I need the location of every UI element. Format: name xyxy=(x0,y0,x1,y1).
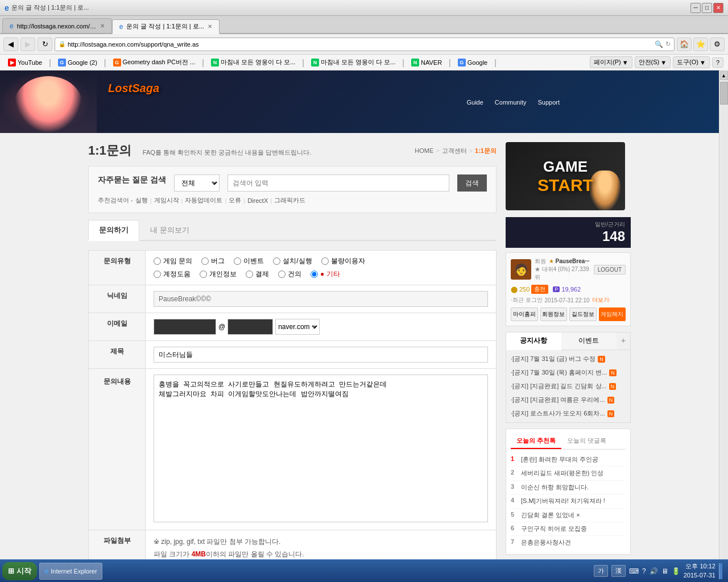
tools-button[interactable]: ⚙ xyxy=(710,38,725,51)
game-banner[interactable]: GAME START xyxy=(506,142,625,210)
rec-tab-daily[interactable]: 오늘의 추천톡 xyxy=(511,434,561,449)
tab-2-close[interactable]: ✕ xyxy=(208,23,212,30)
bookmark-m2[interactable]: N 마침내 모든 영웅이 다 모... xyxy=(308,57,399,68)
search-button[interactable]: 검색 xyxy=(457,174,487,192)
bookmark-m1[interactable]: N 마침내 모든 영웅이 다 모... xyxy=(208,57,299,68)
nav-item-community[interactable]: Community xyxy=(495,99,527,106)
rec-tab-new[interactable]: 오늘의 댓글록 xyxy=(561,434,612,449)
radio-account[interactable]: 계정도움 xyxy=(154,269,191,279)
favorites-button[interactable]: ⭐ xyxy=(693,38,708,51)
radio-payment[interactable]: 결제 xyxy=(246,269,269,279)
breadcrumb-home[interactable]: HOME xyxy=(415,147,433,154)
forward-button[interactable]: ▶ xyxy=(20,38,35,51)
radio-game[interactable]: 게임 문의 xyxy=(154,256,192,266)
back-button[interactable]: ◀ xyxy=(3,38,18,51)
radio-opinion-input[interactable] xyxy=(278,271,286,278)
radio-event-input[interactable] xyxy=(234,257,241,265)
quit-game-button[interactable]: 게임해지 xyxy=(599,307,626,321)
radio-abuse[interactable]: 불량이용자 xyxy=(321,256,365,266)
close-button[interactable]: ✕ xyxy=(713,3,723,13)
notice-item-5[interactable]: ·[공지] 로스트사가 또오지 6회차... N xyxy=(506,407,630,420)
radio-payment-input[interactable] xyxy=(246,271,253,278)
show-desktop-button[interactable] xyxy=(719,563,722,579)
rec-title-7[interactable]: 은총은풍사청사건 xyxy=(521,538,626,547)
radio-install-input[interactable] xyxy=(273,257,280,265)
radio-account-input[interactable] xyxy=(154,271,161,278)
rec-title-5[interactable]: 긴담회 결론 있었네 × xyxy=(521,511,626,519)
suggestion-1[interactable]: 실행 xyxy=(135,196,148,205)
minimize-button[interactable]: ─ xyxy=(690,3,701,13)
email-domain-select[interactable]: naver.com gmail.com daum.net xyxy=(275,319,320,335)
notice-plus-button[interactable]: + xyxy=(617,332,630,350)
help-button[interactable]: ? xyxy=(712,57,723,68)
notice-item-4[interactable]: ·[공지] [지금완료] 여름은 우리에... N xyxy=(506,393,630,407)
rec-title-2[interactable]: 세버리길드 새파(평온한) 인성 xyxy=(521,469,626,477)
radio-other-input[interactable] xyxy=(311,271,318,278)
rec-title-6[interactable]: 구인구직 히어로 모집중 xyxy=(521,525,626,533)
email-user-input[interactable] xyxy=(154,319,216,335)
radio-bug-input[interactable] xyxy=(201,257,209,265)
scroll-thumb[interactable] xyxy=(720,82,728,105)
bookmark-youtube[interactable]: ▶ YouTube xyxy=(5,57,46,68)
lang-btn-1[interactable]: 가 xyxy=(594,565,608,577)
radio-bug[interactable]: 버그 xyxy=(201,256,225,266)
rec-title-3[interactable]: 이순신 하항 희망합니다. xyxy=(521,483,626,492)
notice-item-1[interactable]: ·[공지] 7월 31일 (금) 버그 수정 N xyxy=(506,352,630,366)
email-domain-input[interactable] xyxy=(228,319,273,335)
radio-install[interactable]: 설치/실행 xyxy=(273,256,312,266)
rec-title-1[interactable]: [혼란] 화려한 무대의 주인공 xyxy=(521,455,626,464)
member-info-button[interactable]: 회원정보 xyxy=(540,307,568,321)
nickname-input[interactable] xyxy=(154,291,488,307)
page-button[interactable]: 페이지(P) ▼ xyxy=(590,56,632,68)
charge-button[interactable]: 충전 xyxy=(531,285,548,294)
suggestion-2[interactable]: 게임시작 xyxy=(154,196,179,205)
tools-menu-button[interactable]: 도구(O) ▼ xyxy=(673,56,710,68)
guild-info-button[interactable]: 길드정보 xyxy=(569,307,597,321)
notice-item-3[interactable]: ·[공지] [지금완료] 길드 긴담회 상... N xyxy=(506,380,630,393)
nav-item-guide[interactable]: Guide xyxy=(466,99,483,106)
logout-button[interactable]: LOGOUT xyxy=(594,265,626,275)
tab-my-inquiries[interactable]: 내 문의보기 xyxy=(139,220,200,241)
address-input[interactable] xyxy=(68,41,652,48)
start-button[interactable]: ⊞ 시작 xyxy=(2,562,37,580)
radio-game-input[interactable] xyxy=(154,257,161,265)
tab-write[interactable]: 문의하기 xyxy=(88,220,139,241)
search-category-select[interactable]: 전체 게임 결제 버그 xyxy=(174,174,220,192)
bookmark-google[interactable]: G Google xyxy=(454,57,491,68)
breadcrumb-mid[interactable]: 고객센터 xyxy=(442,147,467,155)
suggestion-3[interactable]: 자동업데이트 xyxy=(185,196,222,205)
scroll-up-button[interactable]: ▲ xyxy=(720,71,728,80)
nav-item-support[interactable]: Support xyxy=(537,99,560,106)
suggestion-4[interactable]: 오류 xyxy=(229,196,241,205)
search-input[interactable] xyxy=(228,174,449,192)
notice-tab-event[interactable]: 이벤트 xyxy=(561,332,617,350)
suggestion-5[interactable]: DirectX xyxy=(247,197,268,204)
safety-button[interactable]: 안전(S) ▼ xyxy=(635,56,671,68)
home-button[interactable]: 🏠 xyxy=(677,38,692,51)
mypage-button[interactable]: 마이홈피 xyxy=(511,307,538,321)
notice-item-2[interactable]: ·[공지] 7월 30일 (목) 홈페이지 변... N xyxy=(506,366,630,380)
lang-btn-2[interactable]: 漢 xyxy=(611,565,626,577)
radio-event[interactable]: 이벤트 xyxy=(234,256,264,266)
radio-abuse-input[interactable] xyxy=(321,257,329,265)
radio-other[interactable]: ● 기타 xyxy=(311,269,340,279)
tab-1[interactable]: e http://lostsaga.nexon.com/support/q...… xyxy=(2,18,112,33)
rec-title-4[interactable]: [S.M]기버워져라! 처기워져라 ! xyxy=(521,497,626,505)
bookmark-geometry[interactable]: G Geometry dash PC버전 ... xyxy=(110,57,199,68)
content-textarea[interactable]: 흥병을 꼭고의적으로 사기로만들고 현질유도하게하려고 만드는거같은데 체발그러… xyxy=(154,375,488,522)
tab-2[interactable]: e 운의 글 작성 | 1:1문의 | 로... ✕ xyxy=(112,19,220,34)
refresh-button[interactable]: ↻ xyxy=(38,38,52,51)
radio-privacy[interactable]: 개인정보 xyxy=(200,269,237,279)
radio-opinion[interactable]: 건의 xyxy=(278,269,301,279)
maximize-button[interactable]: □ xyxy=(702,3,712,13)
bookmark-google2[interactable]: G Google (2) xyxy=(55,57,101,68)
notice-tab-notice[interactable]: 공지사항 xyxy=(506,332,561,350)
more-link[interactable]: 더보기· xyxy=(592,296,611,304)
bookmark-naver[interactable]: N NAVER xyxy=(408,57,445,68)
suggestion-6[interactable]: 그래픽카드 xyxy=(274,196,305,205)
tab-1-close[interactable]: ✕ xyxy=(100,23,105,29)
taskbar-ie-item[interactable]: e Internet Explorer xyxy=(39,563,102,580)
scrollbar[interactable]: ▲ ▼ xyxy=(719,70,728,569)
radio-privacy-input[interactable] xyxy=(200,271,207,278)
subject-input[interactable] xyxy=(154,347,488,363)
